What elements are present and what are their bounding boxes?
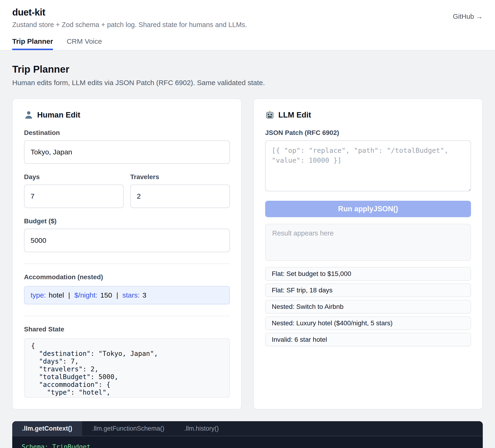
tab-crm-voice[interactable]: CRM Voice xyxy=(67,37,102,50)
preset-flat-sf-trip[interactable]: Flat: SF trip, 18 days xyxy=(265,283,471,297)
divider xyxy=(24,264,230,264)
robot-icon xyxy=(265,110,275,120)
header-tabs: Trip Planner CRM Voice xyxy=(12,37,483,50)
preset-list: Flat: Set budget to $15,000 Flat: SF tri… xyxy=(265,267,471,346)
accommodation-label: Accommodation (nested) xyxy=(24,273,230,281)
preset-nested-luxury-hotel[interactable]: Nested: Luxury hotel ($400/night, 5 star… xyxy=(265,316,471,330)
json-patch-label: JSON Patch (RFC 6902) xyxy=(265,129,471,137)
accommodation-stars-value: 3 xyxy=(143,291,147,299)
shared-state-label: Shared State xyxy=(24,326,230,333)
tab-trip-planner[interactable]: Trip Planner xyxy=(12,37,53,50)
preset-nested-switch-airbnb[interactable]: Nested: Switch to Airbnb xyxy=(265,300,471,314)
accommodation-rate-key: $/night: xyxy=(74,291,97,299)
accommodation-summary: type: hotel | $/night: 150 | stars: 3 xyxy=(24,286,230,304)
budget-input[interactable] xyxy=(24,229,230,252)
terminal-tabs: .llm.getContext() .llm.getFunctionSchema… xyxy=(12,421,483,436)
travelers-input[interactable] xyxy=(130,184,230,208)
app-header: duet-kit Zustand store + Zod schema + pa… xyxy=(0,0,495,51)
app-title-block: duet-kit Zustand store + Zod schema + pa… xyxy=(12,7,247,29)
budget-label: Budget ($) xyxy=(24,217,230,225)
human-edit-title-row: Human Edit xyxy=(24,110,230,120)
tab-llm-get-function-schema[interactable]: .llm.getFunctionSchema() xyxy=(82,421,174,436)
person-icon xyxy=(24,110,33,120)
page-title: Trip Planner xyxy=(12,64,483,75)
run-apply-json-button[interactable]: Run applyJSON() xyxy=(265,201,471,217)
accommodation-stars-key: stars: xyxy=(122,291,139,299)
divider xyxy=(24,316,230,316)
terminal-body: Schema: TripBudget Fields: - destination… xyxy=(12,436,483,448)
preset-flat-set-budget[interactable]: Flat: Set budget to $15,000 xyxy=(265,267,471,281)
app-subtitle: Zustand store + Zod schema + patch log. … xyxy=(12,21,247,29)
days-label: Days xyxy=(24,173,124,181)
travelers-label: Travelers xyxy=(130,173,230,181)
github-link[interactable]: GitHub → xyxy=(453,13,483,20)
accommodation-rate-value: 150 xyxy=(100,291,112,299)
destination-label: Destination xyxy=(24,129,230,137)
llm-edit-title-row: LLM Edit xyxy=(265,110,471,120)
app-title: duet-kit xyxy=(12,7,247,18)
main-content: Trip Planner Human edits form, LLM edits… xyxy=(0,64,495,409)
shared-state-json-text: { "destination": "Tokyo, Japan", "days":… xyxy=(31,342,223,398)
destination-input[interactable] xyxy=(24,140,230,164)
days-input[interactable] xyxy=(24,184,124,208)
separator: | xyxy=(115,291,120,299)
llm-edit-card: LLM Edit JSON Patch (RFC 6902) Run apply… xyxy=(253,98,483,409)
page-subtitle: Human edits form, LLM edits via JSON Pat… xyxy=(12,79,483,87)
llm-edit-title: LLM Edit xyxy=(278,110,311,119)
tab-llm-get-context[interactable]: .llm.getContext() xyxy=(12,421,82,436)
human-edit-title: Human Edit xyxy=(37,110,80,119)
preset-invalid-six-star[interactable]: Invalid: 6 star hotel xyxy=(265,333,471,346)
json-patch-textarea[interactable] xyxy=(265,140,471,191)
human-edit-card: Human Edit Destination Days Travelers Bu… xyxy=(12,98,242,409)
llm-api-terminal: .llm.getContext() .llm.getFunctionSchema… xyxy=(12,421,483,448)
terminal-output: Schema: TripBudget Fields: - destination… xyxy=(22,443,473,448)
accommodation-type-key: type: xyxy=(31,291,46,299)
separator: | xyxy=(67,291,71,299)
accommodation-type-value: hotel xyxy=(49,291,64,299)
tab-llm-history[interactable]: .llm.history() xyxy=(174,421,229,436)
result-box: Result appears here xyxy=(265,224,471,261)
shared-state-json: { "destination": "Tokyo, Japan", "days":… xyxy=(24,338,230,398)
